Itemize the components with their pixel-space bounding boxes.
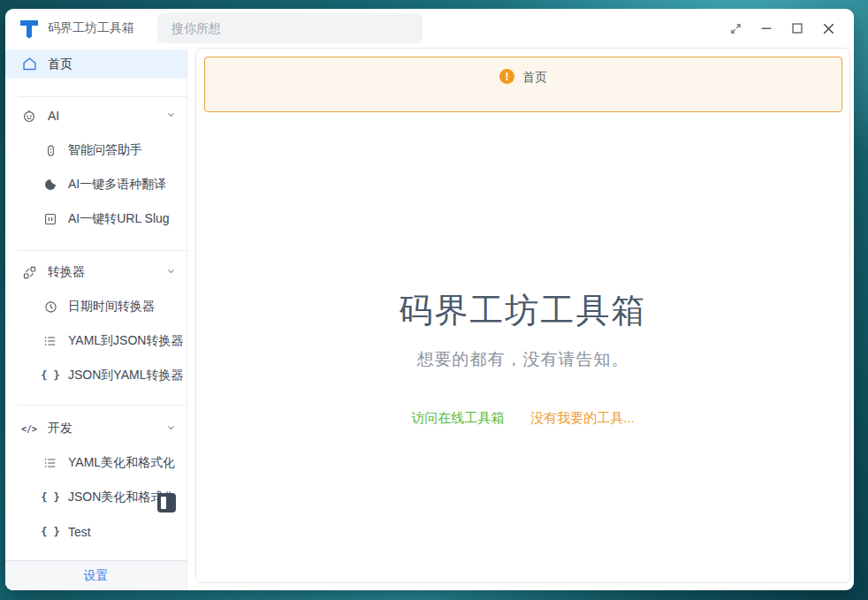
sidebar-item-label: YAML到JSON转换器: [68, 333, 183, 349]
sidebar-item-json-to-yaml[interactable]: { } JSON到YAML转换器: [5, 361, 187, 390]
sidebar-section-dev[interactable]: </> 开发: [5, 414, 187, 443]
close-button[interactable]: [817, 17, 840, 40]
chevron-down-icon[interactable]: [164, 421, 178, 437]
sidebar-item-yaml-to-json[interactable]: YAML到JSON转换器: [5, 327, 187, 355]
settings-label: 设置: [84, 568, 109, 584]
sidebar-divider: [18, 96, 187, 97]
hero: 码界工坊工具箱 想要的都有，没有请告知。 访问在线工具箱 没有我要的工具...: [196, 288, 849, 427]
app-window: 码界工坊工具箱: [5, 9, 854, 590]
code-icon: </>: [20, 424, 38, 434]
expand-icon[interactable]: [724, 17, 747, 40]
hero-links: 访问在线工具箱 没有我要的工具...: [196, 410, 849, 427]
sidebar-item-label: Test: [68, 525, 91, 539]
sidebar-item-ai-translate[interactable]: AI一键多语种翻译: [5, 171, 187, 199]
sidebar-item-qa-assistant[interactable]: 智能问答助手: [5, 136, 187, 164]
url-slug-icon: [42, 212, 59, 226]
minimize-button[interactable]: [755, 17, 778, 40]
home-icon: [20, 56, 38, 72]
mouse-cursor: [157, 493, 176, 513]
sidebar-section-ai[interactable]: AI: [5, 102, 187, 130]
sidebar-divider: [18, 250, 187, 251]
sidebar-item-label: AI一键转URL Slug: [68, 211, 170, 227]
transform-icon: [20, 265, 38, 280]
sidebar-item-home[interactable]: 首页: [5, 49, 187, 79]
search-input[interactable]: [157, 13, 423, 43]
hero-title: 码界工坊工具箱: [196, 288, 849, 333]
titlebar: 码界工坊工具箱: [5, 9, 854, 48]
sidebar-item-label: YAML美化和格式化: [68, 455, 175, 471]
maximize-button[interactable]: [786, 17, 809, 40]
list-icon: [42, 456, 59, 470]
alert-label: 首页: [522, 70, 547, 86]
sidebar-divider: [18, 405, 187, 406]
main-panel: ! 首页 码界工坊工具箱 想要的都有，没有请告知。 访问在线工具箱 没有我要的工…: [195, 48, 850, 583]
sidebar-section-label: 转换器: [48, 264, 85, 280]
sidebar-item-datetime-converter[interactable]: 日期时间转换器: [5, 292, 187, 321]
sidebar-item-label: 智能问答助手: [68, 142, 142, 158]
robot-icon: [20, 108, 38, 124]
missing-tool-link[interactable]: 没有我要的工具...: [530, 410, 635, 427]
sidebar-item-test[interactable]: { } Test: [5, 518, 187, 546]
braces-icon: { }: [42, 491, 59, 504]
sidebar-item-label: 首页: [48, 57, 72, 72]
clock-icon: [42, 300, 59, 315]
assistant-icon: [42, 144, 59, 157]
warning-icon: !: [499, 69, 514, 84]
braces-icon: { }: [42, 369, 59, 382]
alert-banner: ! 首页: [204, 57, 842, 112]
settings-button[interactable]: 设置: [5, 560, 187, 590]
sidebar-item-yaml-beautify[interactable]: YAML美化和格式化: [5, 449, 187, 477]
online-toolbox-link[interactable]: 访问在线工具箱: [411, 410, 504, 427]
sidebar-item-label: AI一键多语种翻译: [68, 177, 166, 193]
chevron-down-icon[interactable]: [164, 108, 178, 125]
app-title: 码界工坊工具箱: [48, 20, 134, 36]
hero-subtitle: 想要的都有，没有请告知。: [196, 348, 849, 371]
sidebar-section-label: 开发: [48, 421, 72, 437]
sidebar-section-label: AI: [48, 109, 59, 123]
sidebar-item-label: JSON到YAML转换器: [68, 368, 183, 384]
list-icon: [42, 334, 59, 348]
app-logo-icon: [18, 17, 41, 40]
sidebar-item-url-slug[interactable]: AI一键转URL Slug: [5, 205, 187, 233]
sidebar-item-label: 日期时间转换器: [68, 299, 155, 315]
sidebar-section-converter[interactable]: 转换器: [5, 258, 187, 286]
translate-icon: [42, 178, 59, 192]
braces-icon: { }: [42, 526, 59, 538]
chevron-down-icon[interactable]: [164, 264, 178, 281]
